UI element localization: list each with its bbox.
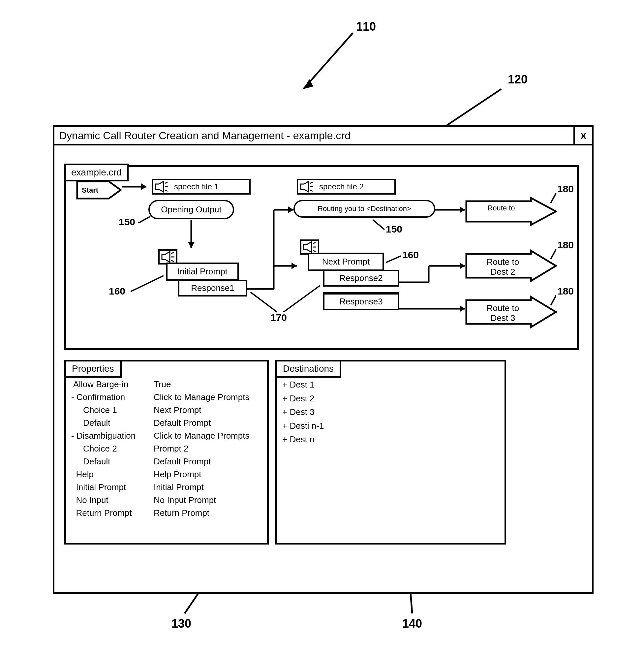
svg-line-30 [171,252,174,254]
property-value: Prompt 2 [154,442,262,455]
property-value: Help Prompt [154,468,262,481]
svg-line-7 [165,182,167,183]
response3-node[interactable]: Response3 [323,292,399,310]
property-row[interactable]: Initial PromptInitial Prompt [71,481,262,494]
property-row[interactable]: Choice 2 Prompt 2 [71,442,262,455]
property-value: No Input Prompt [154,494,262,506]
properties-panel: Properties Allow Barge-inTrue- Confirmat… [64,360,269,544]
callout-180-c: 180 [557,286,574,297]
property-row[interactable]: - DisambiguationClick to Manage Prompts [71,429,262,442]
property-row[interactable]: No InputNo Input Prompt [71,494,262,506]
svg-marker-27 [460,306,465,312]
property-key: Default [71,416,154,429]
destinations-panel: Destinations + Dest 1+ Dest 2+ Dest 3+ D… [275,360,506,544]
svg-marker-19 [292,263,297,269]
property-key: Default [71,455,154,468]
callout-140: 140 [402,617,422,631]
titlebar: Dynamic Call Router Creation and Managem… [54,127,592,145]
svg-marker-13 [188,242,194,248]
svg-line-35 [310,182,313,183]
property-value: Initial Prompt [154,481,262,494]
destination-item[interactable]: + Dest 2 [282,392,499,406]
opening-output-node[interactable]: Opening Output [148,200,234,219]
svg-line-45 [283,286,320,312]
svg-marker-1 [303,79,313,89]
callout-160-a: 160 [109,286,125,297]
property-key: Choice 2 [71,442,154,455]
callout-110: 110 [356,20,376,33]
destinations-tab[interactable]: Destinations [275,360,341,378]
svg-line-43 [386,256,401,263]
property-value: Click to Manage Prompts [154,429,262,442]
property-row[interactable]: Choice 1 Next Prompt [71,404,262,416]
speech-file-1[interactable]: speech file 1 [152,179,251,195]
properties-tab[interactable]: Properties [64,360,122,378]
property-key: No Input [71,494,154,506]
response1-node[interactable]: Response1 [178,280,247,296]
svg-marker-17 [288,206,294,213]
callout-120: 120 [508,72,528,86]
destination-item[interactable]: + Dest n [282,433,499,447]
svg-marker-21 [460,206,465,213]
property-row[interactable]: - ConfirmationClick to Manage Prompts [71,391,262,404]
property-key: - Disambiguation [71,429,154,442]
svg-marker-6 [156,181,164,192]
svg-marker-11 [141,183,146,190]
callout-130: 130 [171,617,191,631]
route-3-label: Route toDest 3 [478,303,528,323]
property-row[interactable]: Return PromptReturn Prompt [71,506,262,519]
property-value: Click to Manage Prompts [154,391,262,404]
diagram-canvas: Start speech file 1 [64,165,579,350]
svg-line-40 [313,243,316,244]
property-value: Return Prompt [154,506,262,519]
routing-output-node[interactable]: Routing you to <Destination> [294,200,435,218]
property-value: Default Prompt [154,455,262,468]
callout-150-b: 150 [386,224,402,235]
speaker-icon [298,180,315,193]
svg-line-42 [313,250,316,252]
property-value: Next Prompt [154,404,262,416]
property-row[interactable]: Default Default Prompt [71,416,262,429]
route-2-label: Route toDest 2 [478,257,528,277]
property-value: True [154,378,262,391]
callout-160-b: 160 [402,249,419,261]
svg-line-44 [251,292,277,312]
svg-line-37 [310,190,313,191]
speech-file-1-label: speech file 1 [169,181,223,193]
destination-item[interactable]: + Dest 3 [282,405,499,419]
speaker-icon [153,180,169,193]
destination-item[interactable]: + Desti n-1 [282,419,499,433]
callout-180-a: 180 [557,183,574,195]
svg-line-9 [165,190,167,191]
svg-line-33 [131,276,164,292]
start-label: Start [82,186,98,195]
svg-marker-29 [162,252,170,262]
window-title: Dynamic Call Router Creation and Managem… [54,127,573,144]
response2-node[interactable]: Response2 [323,270,399,287]
close-button[interactable]: x [573,127,592,144]
initial-prompt-node[interactable]: Initial Prompt [166,263,239,281]
route-1-label: Route to [475,204,528,212]
property-key: Choice 1 [71,404,154,416]
property-row[interactable]: HelpHelp Prompt [71,468,262,481]
app-window: Dynamic Call Router Creation and Managem… [53,125,594,594]
speech-file-2-label: speech file 2 [315,181,368,193]
property-key: Return Prompt [71,506,154,519]
speech-file-2[interactable]: speech file 2 [297,179,396,195]
svg-marker-25 [460,263,465,269]
callout-150-a: 150 [119,217,135,228]
destination-item[interactable]: + Dest 1 [282,378,499,392]
canvas-tab[interactable]: example.crd [64,164,129,181]
svg-marker-39 [304,242,312,252]
next-prompt-node[interactable]: Next Prompt [308,253,384,271]
callout-170: 170 [270,312,287,323]
svg-line-0 [303,33,353,89]
property-key: - Confirmation [71,391,154,404]
callout-180-b: 180 [557,240,574,251]
svg-line-38 [373,220,385,230]
property-value: Default Prompt [154,416,262,429]
property-row[interactable]: Allow Barge-inTrue [71,378,262,391]
svg-line-28 [138,217,151,223]
property-row[interactable]: Default Default Prompt [71,455,262,468]
property-key: Allow Barge-in [71,378,154,391]
